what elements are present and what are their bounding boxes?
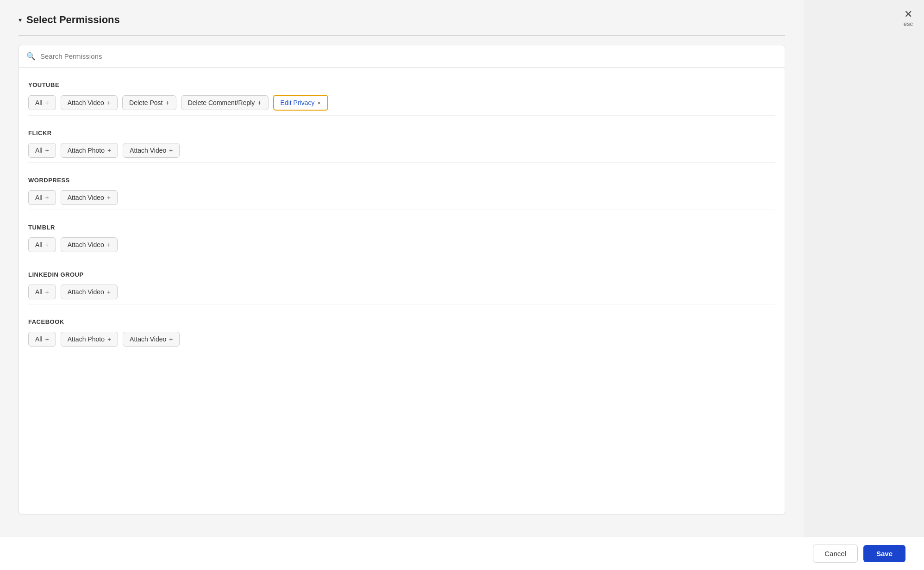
plus-icon: +: [45, 99, 49, 106]
permission-btn-wp-attach-video[interactable]: Attach Video+: [61, 190, 118, 205]
plus-icon: +: [45, 241, 49, 248]
permission-label: All: [35, 99, 43, 106]
platform-divider: [28, 115, 775, 116]
search-container: 🔍: [19, 45, 785, 68]
permission-btn-fl-attach-video[interactable]: Attach Video+: [123, 143, 180, 158]
plus-icon: +: [107, 194, 111, 201]
plus-icon: +: [45, 147, 49, 154]
esc-label: esc: [904, 20, 913, 27]
permission-label: Attach Video: [68, 99, 104, 106]
main-panel: ▾ Select Permissions 🔍 YOUTUBEAll+Attach…: [0, 0, 804, 570]
platform-name-flickr: FLICKR: [28, 130, 775, 136]
platform-divider: [28, 304, 775, 304]
permission-label: Attach Video: [130, 147, 166, 154]
plus-icon: +: [107, 288, 111, 296]
plus-icon: +: [169, 335, 173, 343]
permission-btn-fb-attach-photo[interactable]: Attach Photo+: [61, 332, 118, 347]
permissions-row-linkedin-group: All+Attach Video+: [28, 285, 775, 299]
right-panel: ✕ esc: [804, 0, 924, 570]
permission-btn-tb-attach-video[interactable]: Attach Video+: [61, 237, 118, 252]
platform-name-wordpress: WORDPRESS: [28, 177, 775, 184]
plus-icon: +: [107, 241, 111, 248]
search-input[interactable]: [40, 52, 777, 60]
permission-label: Delete Comment/Reply: [188, 99, 255, 106]
permission-btn-yt-all[interactable]: All+: [28, 95, 56, 110]
permission-label: Delete Post: [129, 99, 162, 106]
platform-section-wordpress: WORDPRESSAll+Attach Video+: [28, 167, 775, 215]
close-button[interactable]: ✕ esc: [904, 9, 913, 27]
save-button[interactable]: Save: [863, 545, 905, 562]
cancel-button[interactable]: Cancel: [813, 545, 858, 563]
permissions-row-youtube: All+Attach Video+Delete Post+Delete Comm…: [28, 95, 775, 111]
platform-section-tumblr: TUMBLRAll+Attach Video+: [28, 215, 775, 262]
plus-icon: +: [45, 194, 49, 201]
platform-section-flickr: FLICKRAll+Attach Photo+Attach Video+: [28, 120, 775, 167]
remove-icon: ×: [317, 99, 321, 106]
permission-btn-fl-all[interactable]: All+: [28, 143, 56, 158]
platform-name-tumblr: TUMBLR: [28, 224, 775, 231]
footer: Cancel Save: [0, 537, 924, 570]
platform-name-facebook: FACEBOOK: [28, 318, 775, 325]
header-divider: [19, 35, 785, 36]
permissions-row-tumblr: All+Attach Video+: [28, 237, 775, 252]
permission-btn-fl-attach-photo[interactable]: Attach Photo+: [61, 143, 118, 158]
permission-btn-fb-attach-video[interactable]: Attach Video+: [123, 332, 180, 347]
plus-icon: +: [107, 147, 111, 154]
plus-icon: +: [45, 335, 49, 343]
permission-label: Attach Video: [68, 194, 104, 201]
permission-btn-fb-all[interactable]: All+: [28, 332, 56, 347]
permission-label: Attach Photo: [68, 335, 105, 343]
plus-icon: +: [165, 99, 169, 106]
platform-section-youtube: YOUTUBEAll+Attach Video+Delete Post+Dele…: [28, 72, 775, 120]
platform-divider: [28, 162, 775, 163]
section-header: ▾ Select Permissions: [19, 14, 785, 26]
permissions-row-facebook: All+Attach Photo+Attach Video+: [28, 332, 775, 347]
permission-label: All: [35, 241, 43, 248]
permission-label: Attach Photo: [68, 147, 105, 154]
permission-btn-li-attach-video[interactable]: Attach Video+: [61, 285, 118, 299]
permission-btn-tb-all[interactable]: All+: [28, 237, 56, 252]
close-icon: ✕: [904, 9, 912, 19]
plus-icon: +: [45, 288, 49, 296]
platform-section-linkedin-group: LINKEDIN GROUPAll+Attach Video+: [28, 262, 775, 309]
permissions-row-flickr: All+Attach Photo+Attach Video+: [28, 143, 775, 158]
permission-label: Attach Video: [68, 241, 104, 248]
permission-label: Attach Video: [68, 288, 104, 296]
plus-icon: +: [107, 335, 111, 343]
platform-divider: [28, 210, 775, 210]
content-area: ▾ Select Permissions 🔍 YOUTUBEAll+Attach…: [19, 14, 785, 551]
permission-label: Edit Privacy: [281, 99, 315, 106]
platform-name-linkedin-group: LINKEDIN GROUP: [28, 271, 775, 278]
search-icon: 🔍: [26, 52, 36, 61]
permission-btn-yt-delete-comment[interactable]: Delete Comment/Reply+: [181, 95, 268, 110]
page-title: Select Permissions: [26, 14, 120, 26]
platform-divider: [28, 257, 775, 257]
permissions-row-wordpress: All+Attach Video+: [28, 190, 775, 205]
permission-btn-yt-attach-video[interactable]: Attach Video+: [61, 95, 118, 110]
permission-btn-li-all[interactable]: All+: [28, 285, 56, 299]
permission-btn-wp-all[interactable]: All+: [28, 190, 56, 205]
permission-btn-yt-delete-post[interactable]: Delete Post+: [122, 95, 176, 110]
plus-icon: +: [107, 99, 111, 106]
permission-btn-yt-edit-privacy[interactable]: Edit Privacy×: [273, 95, 329, 111]
permission-label: All: [35, 288, 43, 296]
permission-label: All: [35, 335, 43, 343]
permission-label: All: [35, 147, 43, 154]
permission-label: All: [35, 194, 43, 201]
chevron-down-icon: ▾: [19, 16, 22, 24]
platform-name-youtube: YOUTUBE: [28, 81, 775, 88]
plus-icon: +: [257, 99, 261, 106]
plus-icon: +: [169, 147, 173, 154]
permissions-list: YOUTUBEAll+Attach Video+Delete Post+Dele…: [19, 68, 785, 514]
platform-section-facebook: FACEBOOKAll+Attach Photo+Attach Video+: [28, 309, 775, 351]
permission-label: Attach Video: [130, 335, 166, 343]
